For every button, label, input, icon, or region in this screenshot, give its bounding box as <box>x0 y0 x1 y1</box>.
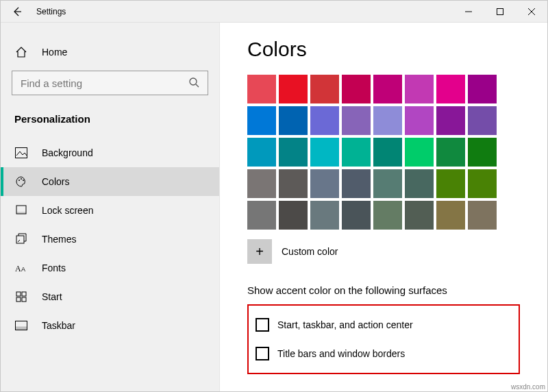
color-swatch[interactable] <box>342 75 371 103</box>
svg-rect-19 <box>22 297 26 302</box>
sidebar-item-background[interactable]: Background <box>1 138 219 167</box>
color-swatch[interactable] <box>342 169 371 198</box>
sidebar-item-themes[interactable]: Themes <box>1 225 219 254</box>
color-swatch[interactable] <box>436 138 465 167</box>
surface-checkbox-row[interactable]: Title bars and window borders <box>256 343 512 365</box>
surfaces-checkbox-group: Start, taskbar, and action centerTitle b… <box>247 304 520 374</box>
color-swatch[interactable] <box>279 138 308 167</box>
custom-color-button[interactable]: + <box>247 239 272 264</box>
color-swatch[interactable] <box>373 201 402 230</box>
color-swatch[interactable] <box>247 169 276 198</box>
category-heading: Personalization <box>1 108 219 138</box>
color-swatch[interactable] <box>436 106 465 135</box>
color-swatch[interactable] <box>405 201 434 230</box>
svg-rect-2 <box>497 8 503 14</box>
color-swatch[interactable] <box>468 169 497 198</box>
svg-point-10 <box>23 180 24 181</box>
color-swatch[interactable] <box>468 106 497 135</box>
color-swatch[interactable] <box>373 75 402 103</box>
color-swatch[interactable] <box>373 169 402 198</box>
sidebar-item-fonts[interactable]: AAFonts <box>1 254 219 282</box>
color-swatch[interactable] <box>279 106 308 135</box>
color-swatch[interactable] <box>436 169 465 198</box>
color-swatch[interactable] <box>247 75 276 103</box>
color-swatch[interactable] <box>405 169 434 198</box>
svg-text:A: A <box>15 264 21 273</box>
color-swatch[interactable] <box>342 138 371 167</box>
taskbar-icon <box>14 319 28 332</box>
sidebar-item-label: Lock screen <box>42 205 93 216</box>
svg-rect-16 <box>16 292 21 296</box>
window-title: Settings <box>36 7 66 16</box>
color-swatch[interactable] <box>342 106 371 135</box>
color-swatch[interactable] <box>468 201 497 230</box>
svg-rect-13 <box>16 236 24 243</box>
checkbox-label: Start, taskbar, and action center <box>277 319 413 330</box>
start-icon <box>14 291 28 303</box>
svg-rect-12 <box>16 212 26 214</box>
sidebar-item-taskbar[interactable]: Taskbar <box>1 311 219 340</box>
sidebar-item-lock-screen[interactable]: Lock screen <box>1 196 219 225</box>
fonts-icon: AA <box>14 262 28 274</box>
sidebar-item-label: Colors <box>42 176 69 187</box>
search-input[interactable] <box>21 77 188 89</box>
color-swatch[interactable] <box>310 201 339 230</box>
page-heading: Colors <box>247 38 520 61</box>
home-icon <box>14 46 28 58</box>
search-box[interactable] <box>12 71 208 95</box>
color-swatch[interactable] <box>247 201 276 230</box>
color-swatch[interactable] <box>279 201 308 230</box>
svg-point-9 <box>21 178 22 180</box>
color-swatch[interactable] <box>405 138 434 167</box>
surface-checkbox-row[interactable]: Start, taskbar, and action center <box>256 314 512 336</box>
color-swatch[interactable] <box>405 75 434 103</box>
custom-color-label: Custom color <box>282 246 338 257</box>
palette-icon <box>14 175 28 188</box>
back-icon[interactable] <box>10 5 24 18</box>
color-swatch[interactable] <box>247 106 276 135</box>
sidebar-item-colors[interactable]: Colors <box>1 167 219 196</box>
home-link[interactable]: Home <box>1 39 219 65</box>
color-swatch[interactable] <box>279 75 308 103</box>
maximize-button[interactable] <box>484 1 516 22</box>
sidebar-item-start[interactable]: Start <box>1 282 219 311</box>
lockscreen-icon <box>14 204 28 217</box>
checkbox-label: Title bars and window borders <box>277 348 405 359</box>
color-swatch[interactable] <box>310 138 339 167</box>
sidebar: Home Personalization BackgroundColorsLoc… <box>1 23 220 391</box>
search-icon <box>188 77 199 90</box>
home-label: Home <box>42 47 67 58</box>
svg-text:A: A <box>21 266 25 273</box>
color-swatch[interactable] <box>468 75 497 103</box>
watermark: wsxdn.com <box>511 383 545 391</box>
main-content: Colors + Custom color Show accent color … <box>220 23 547 391</box>
svg-rect-21 <box>16 327 27 330</box>
color-palette <box>247 75 520 230</box>
color-swatch[interactable] <box>405 106 434 135</box>
minimize-button[interactable] <box>453 1 484 22</box>
titlebar: Settings <box>1 1 547 23</box>
sidebar-item-label: Background <box>42 147 93 158</box>
color-swatch[interactable] <box>310 169 339 198</box>
svg-line-6 <box>196 84 199 87</box>
color-swatch[interactable] <box>373 138 402 167</box>
svg-point-5 <box>190 78 197 85</box>
color-swatch[interactable] <box>468 138 497 167</box>
color-swatch[interactable] <box>373 106 402 135</box>
color-swatch[interactable] <box>342 201 371 230</box>
plus-icon: + <box>256 244 264 260</box>
color-swatch[interactable] <box>310 106 339 135</box>
svg-rect-17 <box>22 292 26 296</box>
color-swatch[interactable] <box>279 169 308 198</box>
color-swatch[interactable] <box>436 201 465 230</box>
color-swatch[interactable] <box>247 138 276 167</box>
color-swatch[interactable] <box>436 75 465 103</box>
checkbox-icon <box>256 318 269 332</box>
sidebar-item-label: Fonts <box>42 262 66 273</box>
checkbox-icon <box>256 347 269 360</box>
sidebar-item-label: Taskbar <box>42 320 75 331</box>
color-swatch[interactable] <box>310 75 339 103</box>
image-icon <box>14 147 28 159</box>
close-button[interactable] <box>516 1 547 22</box>
svg-rect-18 <box>16 297 21 302</box>
